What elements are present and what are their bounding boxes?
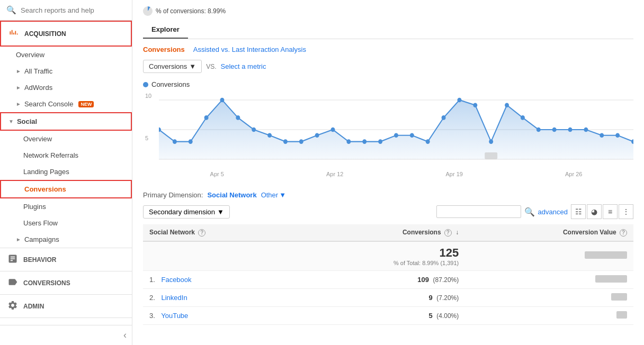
behavior-label: BEHAVIOR <box>23 256 56 264</box>
admin-icon <box>7 300 18 312</box>
select-metric-link[interactable]: Select a metric <box>220 62 266 70</box>
svg-point-30 <box>568 128 573 132</box>
metric-dropdown[interactable]: Conversions ▼ <box>143 60 202 73</box>
sidebar-item-label: Plugins <box>23 203 46 211</box>
svg-point-15 <box>331 128 335 132</box>
total-label <box>143 241 294 271</box>
sidebar-item-users-flow[interactable]: Users Flow <box>0 215 132 231</box>
svg-point-31 <box>584 128 588 132</box>
tab-explorer[interactable]: Explorer <box>143 21 188 39</box>
search-input[interactable] <box>21 6 126 14</box>
chart-dot-icon <box>143 82 148 87</box>
expand-arrow-icon: ► <box>16 237 21 242</box>
tabs-bar: Explorer <box>143 21 633 39</box>
sidebar-section-conversions[interactable]: CONVERSIONS <box>0 271 132 295</box>
total-conversions: 125 % of Total: 8.99% (1,391) <box>294 241 466 271</box>
sidebar-item-all-traffic[interactable]: ► All Traffic <box>0 63 132 79</box>
expand-arrow-icon: ► <box>16 101 21 107</box>
svg-point-25 <box>489 139 493 144</box>
row-conversions: 9 (7.20%) <box>294 288 466 306</box>
expand-arrow-icon: ▼ <box>8 119 14 124</box>
sidebar-item-campaigns[interactable]: ► Campaigns <box>0 231 132 248</box>
subnav-conversions[interactable]: Conversions <box>143 46 185 53</box>
collapse-sidebar-button[interactable]: ‹ <box>0 325 132 345</box>
row-network-link[interactable]: Facebook <box>161 276 191 284</box>
svg-point-20 <box>410 133 414 138</box>
svg-point-33 <box>615 133 620 138</box>
sidebar-item-social[interactable]: ▼ Social <box>0 112 132 131</box>
sidebar-section-acquisition[interactable]: ACQUISITION <box>0 21 132 47</box>
svg-point-12 <box>283 139 288 144</box>
secondary-dimension-button[interactable]: Secondary dimension ▼ <box>143 205 230 219</box>
chevron-down-icon: ▼ <box>217 208 224 216</box>
table-search: 🔍 advanced ☷ ◕ ≡ ⋮ <box>436 204 633 219</box>
search-bar[interactable]: 🔍 <box>0 0 132 21</box>
svg-point-32 <box>600 133 604 138</box>
sidebar-item-label: AdWords <box>24 84 52 92</box>
list-view-button[interactable]: ≡ <box>603 204 618 219</box>
pct-bar-text: % of conversions: 8.99% <box>156 7 226 15</box>
sidebar-section-behavior[interactable]: BEHAVIOR <box>0 248 132 271</box>
sidebar-section-admin[interactable]: ADMIN <box>0 295 132 318</box>
advanced-link[interactable]: advanced <box>538 208 568 216</box>
svg-point-8 <box>220 98 224 103</box>
data-table: Social Network ? Conversions ? ↓ Convers… <box>143 224 633 325</box>
secondary-dimension-label: Secondary dimension <box>149 208 215 216</box>
chevron-down-icon: ▼ <box>279 191 286 199</box>
x-label-apr12: Apr 12 <box>326 171 343 177</box>
table-search-input[interactable] <box>436 205 521 218</box>
other-dimension-dropdown[interactable]: Other ▼ <box>261 191 286 199</box>
row-bar <box>611 293 627 301</box>
y-label-5: 5 <box>145 135 151 141</box>
chart-svg <box>159 93 633 167</box>
grid-view-button[interactable]: ☷ <box>571 204 586 219</box>
sidebar-item-overview[interactable]: Overview <box>0 47 132 63</box>
row-network-link[interactable]: YouTube <box>161 312 188 320</box>
sort-arrow-icon[interactable]: ↓ <box>455 229 459 236</box>
row-network-link[interactable]: LinkedIn <box>161 294 187 302</box>
sidebar-item-label: Search Console <box>24 100 74 108</box>
svg-point-23 <box>457 98 461 103</box>
sidebar-item-conversions[interactable]: Conversions <box>0 180 132 198</box>
svg-point-28 <box>536 128 541 132</box>
sidebar-item-adwords[interactable]: ► AdWords <box>0 79 132 96</box>
compare-view-button[interactable]: ⋮ <box>619 204 633 219</box>
row-network-label: 1. Facebook <box>143 270 294 288</box>
row-conversion-value <box>465 306 633 324</box>
primary-dimension-active[interactable]: Social Network <box>207 191 256 199</box>
row-conversions-pct: (87.20%) <box>433 276 459 284</box>
svg-point-21 <box>426 139 430 144</box>
chart-x-labels: Apr 5 Apr 12 Apr 19 Apr 26 <box>159 171 633 177</box>
help-icon[interactable]: ? <box>620 229 627 237</box>
subnav-assisted-analysis[interactable]: Assisted vs. Last Interaction Analysis <box>193 46 306 53</box>
table-row: 2. LinkedIn 9 (7.20%) <box>143 288 633 306</box>
row-rank: 2. <box>149 294 155 302</box>
svg-point-17 <box>362 139 366 144</box>
pie-chart-icon <box>143 6 153 16</box>
sidebar-item-landing-pages[interactable]: Landing Pages <box>0 164 132 180</box>
primary-dimension-bar: Primary Dimension: Social Network Other … <box>143 191 633 199</box>
pie-view-button[interactable]: ◕ <box>587 204 602 219</box>
behavior-icon <box>7 253 18 266</box>
chevron-down-icon: ▼ <box>189 62 196 70</box>
search-icon[interactable]: 🔍 <box>524 207 535 217</box>
chart-svg-area[interactable] <box>159 93 633 167</box>
sidebar-item-search-console[interactable]: ► Search Console NEW <box>0 96 132 112</box>
sidebar-item-plugins[interactable]: Plugins <box>0 198 132 215</box>
help-icon[interactable]: ? <box>198 229 205 237</box>
sidebar-item-network-referrals[interactable]: Network Referrals <box>0 147 132 164</box>
chart-container: 10 5 <box>143 93 633 177</box>
row-conversions-value: 9 <box>428 294 432 302</box>
help-icon[interactable]: ? <box>444 229 452 237</box>
svg-point-5 <box>173 139 177 144</box>
acquisition-label: ACQUISITION <box>24 30 66 38</box>
svg-point-29 <box>552 128 557 132</box>
sidebar-item-social-overview[interactable]: Overview <box>0 131 132 147</box>
x-label-apr5: Apr 5 <box>210 171 224 177</box>
row-conversions-pct: (7.20%) <box>436 294 459 302</box>
table-row: 1. Facebook 109 (87.20%) <box>143 270 633 288</box>
other-dimension-label: Other <box>261 191 279 199</box>
sidebar-item-label: Overview <box>16 51 44 59</box>
row-conversion-value <box>465 270 633 288</box>
x-label-apr19: Apr 19 <box>445 171 462 177</box>
